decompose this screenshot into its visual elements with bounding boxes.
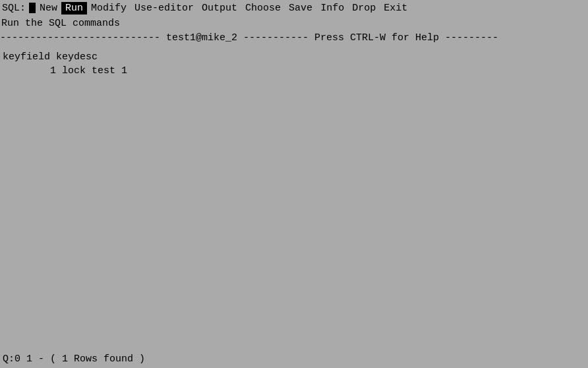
app: SQL: New Run Modify Use-editor Output Ch… — [0, 0, 588, 368]
menu-item-choose[interactable]: Choose — [241, 2, 285, 15]
bottom-status-text: Q:0 1 - ( 1 Rows found ) — [3, 353, 145, 365]
content-area: keyfield keydesc 1 lock test 1 — [0, 45, 588, 350]
menu-item-run[interactable]: Run — [61, 2, 87, 15]
status-line: Run the SQL commands — [0, 16, 588, 30]
separator-text: --------------------------- test1@mike_2… — [0, 32, 498, 44]
menu-item-drop[interactable]: Drop — [348, 2, 380, 15]
menu-item-use-editor[interactable]: Use-editor — [131, 2, 198, 15]
menu-item-exit[interactable]: Exit — [380, 2, 411, 15]
menu-item-info[interactable]: Info — [316, 2, 348, 15]
bottom-bar: Q:0 1 - ( 1 Rows found ) — [0, 350, 588, 368]
content-data: 1 lock test 1 — [3, 64, 588, 78]
menu-item-save[interactable]: Save — [285, 2, 316, 15]
menu-item-output[interactable]: Output — [198, 2, 241, 15]
sql-label: SQL: — [0, 2, 28, 15]
menu-bar: SQL: New Run Modify Use-editor Output Ch… — [0, 0, 588, 16]
separator-line: --------------------------- test1@mike_2… — [0, 30, 588, 45]
menu-item-modify[interactable]: Modify — [87, 2, 131, 15]
status-text: Run the SQL commands — [1, 18, 120, 29]
content-header: keyfield keydesc — [3, 50, 588, 64]
menu-item-new[interactable]: New — [36, 2, 61, 15]
sql-cursor — [29, 3, 36, 13]
